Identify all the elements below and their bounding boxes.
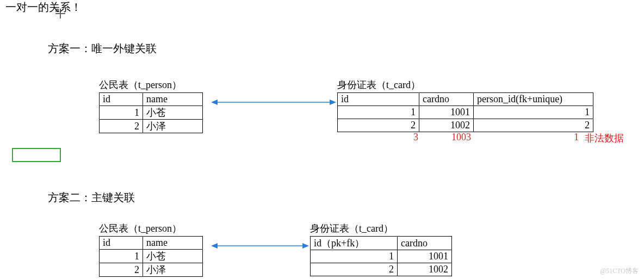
illegal-note: 非法数据 [585,132,624,145]
table-header-row: id name [100,93,203,106]
col-name: name [143,93,203,106]
table-row: 1 1001 1 [338,106,593,119]
cell-id: 1 [311,250,398,263]
col-pid: person_id(fk+unique) [474,93,593,106]
table-caption: 身份证表（t_card） [337,78,593,92]
table-row: 2 1002 [311,263,452,276]
cell-id: 1 [100,106,143,120]
cell-id: 1 [100,250,143,263]
table-header-row: id cardno person_id(fk+unique) [338,93,593,106]
section2-person-table: 公民表（t_person） id name 1 小苍 2 小泽 [99,222,203,277]
table-row: 1 小苍 [100,250,203,263]
col-cardno: cardno [419,93,474,106]
col-id: id（pk+fk） [311,237,398,250]
section1-card-table: 身份证表（t_card） id cardno person_id(fk+uniq… [337,78,593,132]
highlight-box [12,148,61,162]
section1-title: 方案一：唯一外键关联 [48,41,157,56]
col-name: name [143,237,203,250]
cell-id: 2 [311,263,398,276]
cell-name: 小苍 [143,106,203,120]
svg-marker-2 [330,100,336,105]
illegal-cardno: 1003 [451,132,471,143]
page-title: 一对一的关系！ [5,0,82,15]
cell-cardno: 1002 [419,119,474,132]
table-row: 1 小苍 [100,106,203,120]
cell-name: 小泽 [143,120,203,133]
table-caption: 公民表（t_person） [99,78,203,92]
table-row: 2 1002 2 [338,119,593,132]
section1-person-table: 公民表（t_person） id name 1 小苍 2 小泽 [99,78,203,133]
col-id: id [100,93,143,106]
cell-id: 2 [100,263,143,277]
cell-name: 小苍 [143,250,203,263]
relation-arrow-icon [211,240,309,251]
svg-marker-4 [211,243,218,249]
cell-id: 2 [338,119,419,132]
watermark: @51CTO博客 [600,266,639,276]
table-row: 1 1001 [311,250,452,263]
illegal-pid: 1 [574,132,579,143]
cell-cardno: 1001 [398,250,452,263]
col-cardno: cardno [398,237,452,250]
relation-arrow-icon [211,97,336,108]
cell-pid: 1 [474,106,593,119]
cell-id: 1 [338,106,419,119]
cell-pid: 2 [474,119,593,132]
table-caption: 公民表（t_person） [99,222,203,236]
illegal-id: 3 [413,132,418,143]
cell-cardno: 1001 [419,106,474,119]
cursor-icon [54,8,66,20]
section2-title: 方案二：主键关联 [48,190,135,205]
table-header-row: id（pk+fk） cardno [311,237,452,250]
cell-cardno: 1002 [398,263,452,276]
table-row: 2 小泽 [100,263,203,277]
table-row: 2 小泽 [100,120,203,133]
table-header-row: id name [100,237,203,250]
svg-marker-5 [302,243,309,249]
section2-card-table: 身份证表（t_card） id（pk+fk） cardno 1 1001 2 1… [310,222,452,276]
col-id: id [100,237,143,250]
svg-marker-1 [211,100,218,105]
cell-id: 2 [100,120,143,133]
cell-name: 小泽 [143,263,203,277]
table-caption: 身份证表（t_card） [310,222,452,236]
col-id: id [338,93,419,106]
